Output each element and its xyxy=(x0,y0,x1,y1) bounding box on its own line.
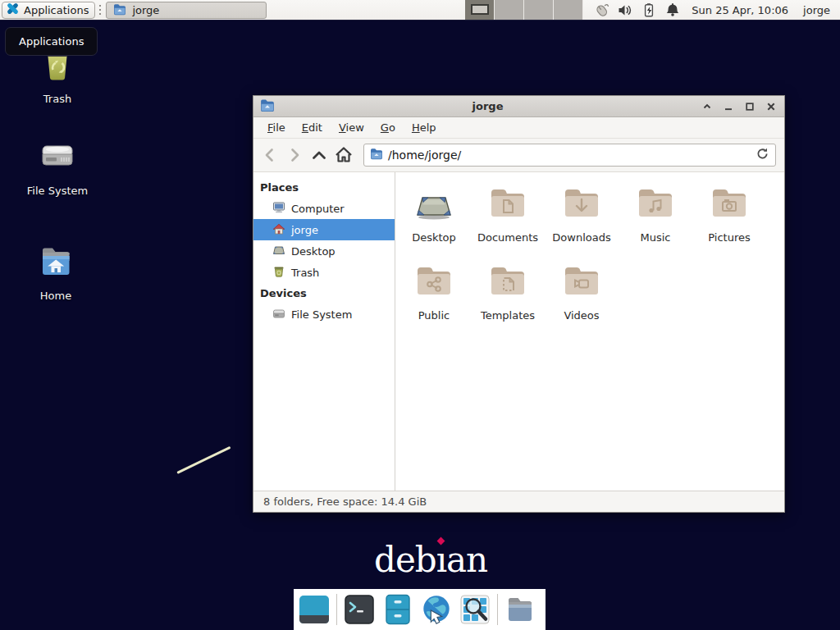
folder-item-documents[interactable]: Documents xyxy=(471,185,545,263)
folder-item-public[interactable]: Public xyxy=(397,263,471,341)
sidebar-header-places: Places xyxy=(253,177,395,198)
statusbar-text: 8 folders, Free space: 14.4 GiB xyxy=(263,495,427,508)
dock-separator xyxy=(497,594,498,625)
applications-menu-label: Applications xyxy=(24,4,89,16)
workspace-pager[interactable] xyxy=(465,0,583,21)
folder-documents-icon xyxy=(488,185,527,228)
folder-label: Downloads xyxy=(552,231,610,244)
desktop-icon-label: Home xyxy=(40,290,71,302)
folder-item-music[interactable]: Music xyxy=(619,185,692,263)
folder-label: Public xyxy=(418,309,450,322)
minimize-button[interactable] xyxy=(722,100,735,113)
trash-icon xyxy=(272,265,285,281)
workspace-4[interactable] xyxy=(554,0,583,20)
window-controls xyxy=(701,100,778,113)
terminal-icon[interactable] xyxy=(343,593,376,626)
sidebar-item-jorge[interactable]: jorge xyxy=(253,219,395,240)
folder-item-desktop[interactable]: Desktop xyxy=(397,185,471,263)
folder-item-pictures[interactable]: Pictures xyxy=(692,185,766,263)
sidebar-item-label: File System xyxy=(291,308,352,321)
menu-view[interactable]: View xyxy=(331,119,372,136)
workspace-3[interactable] xyxy=(524,0,554,20)
folder-icon xyxy=(370,147,383,163)
desktop-icon-home[interactable]: Home xyxy=(16,243,95,302)
panel-clock[interactable]: Sun 25 Apr, 10:06 xyxy=(692,4,788,16)
statusbar: 8 folders, Free space: 14.4 GiB xyxy=(253,491,784,512)
folder-label: Pictures xyxy=(708,231,750,244)
folder-label: Templates xyxy=(481,309,535,322)
folder-videos-icon xyxy=(562,263,601,306)
applications-menu-button[interactable]: Applications xyxy=(2,2,95,19)
desktop-icon-label: Trash xyxy=(43,93,71,105)
home-button[interactable] xyxy=(332,144,355,167)
app-finder-icon[interactable] xyxy=(459,593,491,626)
panel-left-group: Applications jorge xyxy=(0,0,267,20)
menu-file[interactable]: File xyxy=(260,119,293,136)
folder-templates-icon xyxy=(488,263,527,306)
panel-right-group: Sun 25 Apr, 10:06 jorge xyxy=(465,0,840,20)
desktop-icon-label: File System xyxy=(27,185,88,197)
file-manager-icon[interactable] xyxy=(381,593,414,626)
file-manager-window: jorge File Edit View Go Help xyxy=(253,95,785,513)
folder-label: Music xyxy=(641,231,671,244)
debian-logo-i-dot: ı xyxy=(436,540,446,580)
hard-drive-icon xyxy=(272,307,285,322)
toolbar: /home/jorge/ xyxy=(253,139,784,171)
folder-label: Documents xyxy=(477,231,538,244)
folder-icon xyxy=(113,2,126,18)
notifications-bell-icon[interactable] xyxy=(664,2,681,18)
taskbar-window-label: jorge xyxy=(132,4,159,16)
folder-label: Videos xyxy=(564,309,599,322)
taskbar-window-button[interactable]: jorge xyxy=(106,2,267,19)
path-text[interactable]: /home/jorge/ xyxy=(388,148,751,162)
desktop-special-icon xyxy=(414,185,454,228)
desktop-icon-file-system[interactable]: File System xyxy=(18,138,97,197)
directory-menu-icon[interactable] xyxy=(504,593,536,626)
xfce-logo-icon xyxy=(6,2,20,18)
panel-separator-handle xyxy=(98,3,103,16)
panel-username[interactable]: jorge xyxy=(803,4,830,16)
sidebar-item-desktop[interactable]: Desktop xyxy=(253,240,395,262)
web-browser-icon[interactable] xyxy=(420,593,453,626)
shade-button[interactable] xyxy=(701,100,714,113)
sidebar-item-trash[interactable]: Trash xyxy=(253,262,395,283)
maximize-button[interactable] xyxy=(743,100,756,113)
system-tray xyxy=(593,2,681,18)
computer-icon xyxy=(272,201,285,217)
folder-downloads-icon xyxy=(562,185,601,228)
mouse-icon[interactable] xyxy=(593,2,609,18)
menu-edit[interactable]: Edit xyxy=(294,119,330,136)
folder-item-downloads[interactable]: Downloads xyxy=(545,185,619,263)
workspace-1[interactable] xyxy=(465,0,495,20)
folder-public-icon xyxy=(414,263,454,306)
bottom-dock xyxy=(294,589,546,630)
folder-item-templates[interactable]: Templates xyxy=(471,263,545,341)
folder-view[interactable]: Desktop Documents xyxy=(395,172,784,491)
desktop-icon xyxy=(272,244,285,259)
back-button[interactable] xyxy=(258,144,281,167)
sidebar-item-label: jorge xyxy=(291,224,318,236)
dock-separator xyxy=(336,594,337,625)
sidebar-item-file-system[interactable]: File System xyxy=(253,304,395,325)
window-body: Places Computer xyxy=(253,171,784,491)
reload-icon[interactable] xyxy=(756,147,769,164)
location-bar[interactable]: /home/jorge/ xyxy=(363,144,776,167)
window-title: jorge xyxy=(275,100,701,112)
sidebar-item-label: Desktop xyxy=(291,245,336,258)
window-titlebar[interactable]: jorge xyxy=(253,96,784,117)
show-desktop-icon[interactable] xyxy=(298,593,331,626)
hard-drive-icon xyxy=(38,138,77,180)
menubar: File Edit View Go Help xyxy=(253,117,784,139)
folder-item-videos[interactable]: Videos xyxy=(545,263,619,341)
menu-help[interactable]: Help xyxy=(404,119,444,136)
sidebar-item-computer[interactable]: Computer xyxy=(253,198,395,219)
close-button[interactable] xyxy=(765,100,778,113)
battery-charging-icon[interactable] xyxy=(641,2,657,18)
debian-logo-text: an xyxy=(446,540,487,580)
workspace-2[interactable] xyxy=(495,0,524,20)
forward-button[interactable] xyxy=(283,144,306,167)
menu-go[interactable]: Go xyxy=(373,119,403,136)
up-button[interactable] xyxy=(308,144,331,167)
home-folder-icon xyxy=(36,243,75,285)
volume-icon[interactable] xyxy=(617,2,633,18)
